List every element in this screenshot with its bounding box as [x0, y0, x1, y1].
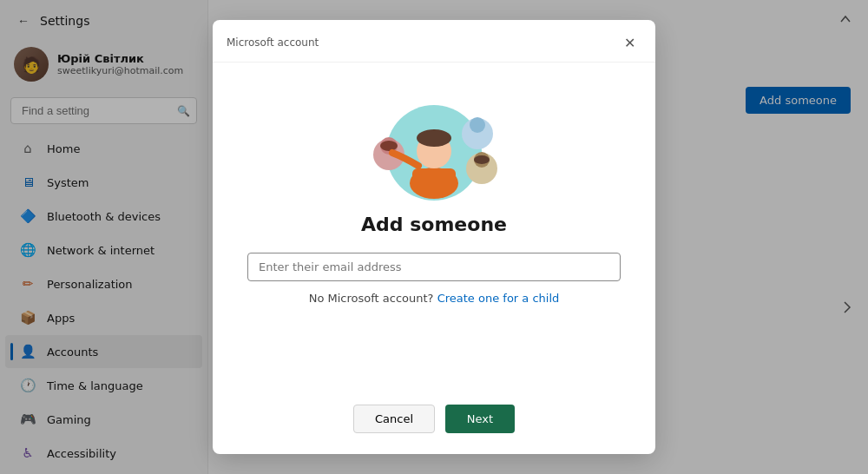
- no-account-text: No Microsoft account? Create one for a c…: [309, 292, 560, 305]
- svg-point-9: [470, 117, 485, 133]
- cancel-button[interactable]: Cancel: [353, 405, 435, 433]
- svg-point-3: [417, 129, 451, 147]
- modal-dialog: Microsoft account ✕: [213, 20, 655, 454]
- svg-rect-4: [412, 168, 456, 188]
- next-button[interactable]: Next: [445, 405, 515, 433]
- modal-footer: Cancel Next: [213, 391, 655, 454]
- email-input[interactable]: [247, 253, 621, 281]
- modal-close-button[interactable]: ✕: [617, 30, 641, 55]
- modal-title: Microsoft account: [227, 36, 319, 49]
- modal-titlebar: Microsoft account ✕: [213, 20, 655, 63]
- svg-point-7: [380, 141, 398, 151]
- svg-point-12: [474, 155, 490, 164]
- modal-body: Add someone No Microsoft account? Create…: [213, 63, 655, 391]
- modal-heading: Add someone: [361, 214, 507, 235]
- modal-overlay: Microsoft account ✕: [0, 0, 868, 474]
- create-child-account-link[interactable]: Create one for a child: [437, 292, 560, 305]
- add-someone-illustration: [347, 83, 521, 214]
